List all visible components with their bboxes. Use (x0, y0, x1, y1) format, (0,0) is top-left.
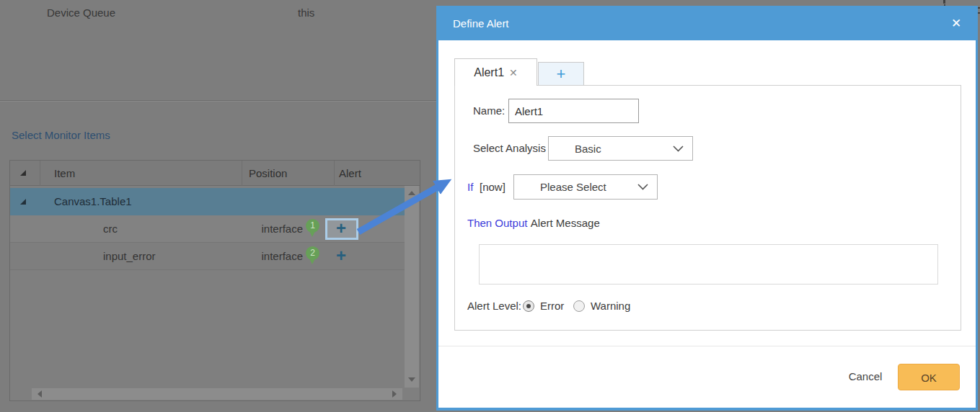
column-separator (40, 161, 40, 186)
alert-message-label: Alert Message (531, 217, 600, 229)
close-icon[interactable]: ✕ (945, 7, 967, 40)
define-alert-dialog: Define Alert ✕ Alert1 ✕ + Name: Select A… (436, 6, 978, 411)
analysis-dropdown[interactable]: Basic (548, 136, 693, 161)
condition-dropdown[interactable]: Please Select (513, 174, 658, 200)
table-header-row: Item Position Alert (10, 161, 420, 186)
add-alert-button[interactable]: + (332, 215, 350, 243)
footer-divider (438, 346, 976, 346)
vertical-scrollbar[interactable] (405, 186, 419, 388)
add-alert-button[interactable]: + (332, 243, 350, 270)
dialog-header: Define Alert ✕ (438, 7, 976, 40)
tab-close-icon[interactable]: ✕ (509, 67, 518, 79)
expand-all-icon[interactable] (20, 170, 26, 176)
then-output-row: Then Output Alert Message (467, 214, 600, 233)
position-cell: interface (219, 243, 303, 270)
scroll-up-icon[interactable] (408, 191, 415, 195)
horizontal-scrollbar[interactable] (32, 388, 402, 400)
alert-form-panel: Name: Select Analysis Basic If [now] Ple… (454, 85, 961, 331)
then-output-keyword: Then Output (467, 217, 527, 229)
section-title: Select Monitor Items (12, 129, 110, 141)
tab-label: Alert1 (474, 66, 504, 79)
item-cell: crc (103, 215, 118, 243)
column-header-position[interactable]: Position (249, 161, 287, 186)
monitor-items-table: Item Position Alert Canvas1.Table1 crc i… (9, 160, 420, 401)
radio-warning[interactable] (573, 300, 585, 312)
chevron-down-icon (637, 184, 648, 190)
scroll-down-icon[interactable] (408, 377, 415, 382)
select-analysis-label: Select Analysis (473, 136, 546, 161)
analysis-value: Basic (549, 143, 673, 155)
table-row-crc[interactable]: crc interface 1 + (10, 215, 405, 243)
radio-error[interactable] (523, 300, 534, 312)
radio-error-label[interactable]: Error (540, 296, 564, 316)
column-separator (242, 161, 242, 186)
radio-warning-label[interactable]: Warning (591, 296, 630, 316)
group-expander-icon[interactable] (20, 199, 26, 205)
panel-divider (0, 100, 436, 101)
chevron-down-icon (673, 145, 684, 152)
add-tab-button[interactable]: + (538, 62, 584, 85)
column-header-alert[interactable]: Alert (339, 161, 361, 186)
condition-value: Please Select (514, 181, 637, 193)
map-pin-icon: 2 (306, 246, 319, 260)
name-input[interactable] (508, 99, 639, 123)
alert-level-label: Alert Level: (467, 296, 521, 316)
dialog-title: Define Alert (453, 7, 509, 40)
position-cell: interface (219, 215, 303, 243)
name-label: Name: (473, 99, 505, 123)
table-row-input-error[interactable]: input_error interface 2 + (10, 243, 405, 270)
scroll-right-icon[interactable] (392, 390, 397, 398)
if-keyword: If (467, 174, 473, 200)
scroll-left-icon[interactable] (37, 390, 42, 398)
plus-icon: + (557, 65, 566, 84)
tab-alert1[interactable]: Alert1 ✕ (454, 58, 537, 86)
table-group-row[interactable]: Canvas1.Table1 (10, 188, 405, 215)
now-qualifier: [now] (480, 174, 506, 200)
item-cell: input_error (103, 243, 156, 270)
this-label: this (298, 6, 314, 19)
alert-message-textarea[interactable] (479, 244, 938, 285)
screen: Device Queue this Select Monitor Items I… (0, 0, 980, 412)
map-pin-icon: 1 (306, 219, 319, 233)
cancel-button[interactable]: Cancel (839, 364, 891, 390)
exclamation-icon (943, 0, 945, 4)
group-row-label: Canvas1.Table1 (54, 188, 132, 215)
column-header-item[interactable]: Item (54, 161, 75, 186)
ok-button[interactable]: OK (898, 364, 960, 390)
column-separator (334, 161, 335, 186)
device-queue-label: Device Queue (47, 6, 115, 19)
